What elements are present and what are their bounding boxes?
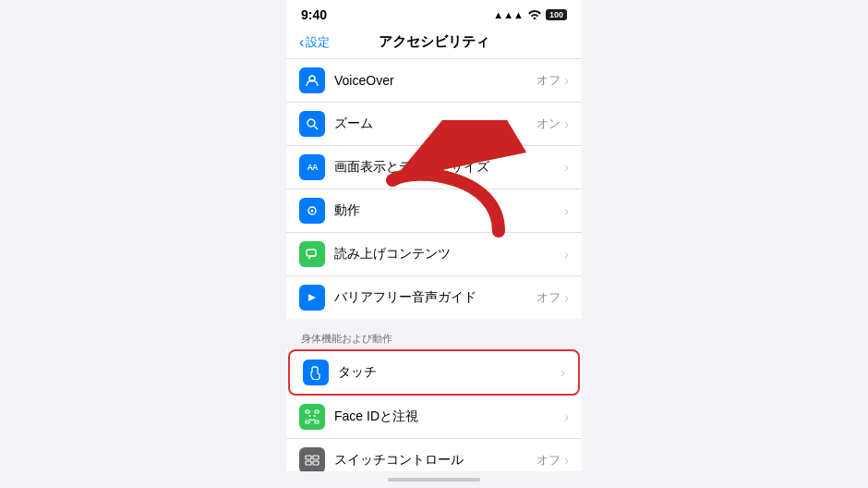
- audioguide-value: オフ: [536, 289, 561, 306]
- list-item-motion[interactable]: 動作 ›: [286, 189, 582, 233]
- svg-rect-13: [306, 456, 311, 459]
- back-arrow-icon: ‹: [299, 34, 304, 51]
- audioguide-icon: [299, 285, 325, 311]
- display-chevron: ›: [564, 160, 569, 175]
- touch-icon: [303, 360, 329, 385]
- list-item-switch[interactable]: スイッチコントロール オフ ›: [286, 439, 582, 471]
- svg-point-1: [307, 119, 315, 127]
- svg-point-12: [314, 415, 316, 417]
- body-settings-group: タッチ › Face IDと注視 › スイッチコントロール オフ ›: [286, 349, 582, 471]
- svg-rect-14: [313, 456, 319, 459]
- faceid-label: Face IDと注視: [334, 409, 564, 425]
- switch-chevron: ›: [564, 453, 569, 468]
- motion-label: 動作: [334, 202, 564, 219]
- display-icon: AA: [299, 154, 325, 180]
- home-indicator: [388, 478, 480, 482]
- touch-chevron: ›: [561, 365, 565, 380]
- nav-bar: ‹ 設定 アクセシビリティ: [286, 26, 582, 59]
- spoken-label: 読み上げコンテンツ: [334, 246, 564, 262]
- voiceover-value: オフ: [536, 72, 561, 89]
- voiceover-label: VoiceOver: [334, 73, 536, 88]
- status-bar: 9:40 ▲▲▲ 100: [286, 0, 582, 26]
- audioguide-label: バリアフリー音声ガイド: [334, 289, 536, 306]
- status-time: 9:40: [301, 7, 327, 22]
- svg-rect-10: [315, 421, 319, 423]
- back-label: 設定: [306, 34, 330, 51]
- switch-label: スイッチコントロール: [334, 452, 536, 469]
- audioguide-chevron: ›: [564, 290, 569, 305]
- svg-rect-15: [306, 461, 311, 465]
- top-settings-group: VoiceOver オフ › ズーム オン › AA 画面表示とテキストサイズ …: [286, 59, 582, 319]
- list-item-display[interactable]: AA 画面表示とテキストサイズ ›: [286, 146, 582, 189]
- faceid-icon: [299, 404, 325, 430]
- svg-point-4: [311, 210, 314, 213]
- list-item-spoken[interactable]: 読み上げコンテンツ ›: [286, 233, 582, 276]
- list-item-faceid[interactable]: Face IDと注視 ›: [286, 396, 582, 439]
- voiceover-icon: [299, 67, 325, 93]
- voiceover-chevron: ›: [564, 73, 569, 88]
- list-item-zoom[interactable]: ズーム オン ›: [286, 103, 582, 146]
- scroll-area: VoiceOver オフ › ズーム オン › AA 画面表示とテキストサイズ …: [286, 59, 582, 471]
- page-title: アクセシビリティ: [379, 33, 489, 51]
- nav-back-button[interactable]: ‹ 設定: [299, 34, 330, 51]
- wifi-icon: [528, 9, 541, 21]
- zoom-label: ズーム: [334, 116, 536, 132]
- list-item-voiceover[interactable]: VoiceOver オフ ›: [286, 59, 582, 103]
- list-item-audioguide[interactable]: バリアフリー音声ガイド オフ ›: [286, 276, 582, 319]
- spoken-icon: [299, 241, 325, 267]
- touch-label: タッチ: [338, 364, 561, 381]
- svg-marker-6: [308, 294, 316, 301]
- switch-icon: [299, 447, 325, 471]
- phone-screen: 9:40 ▲▲▲ 100 ‹ 設定 アクセシビリティ VoiceOver: [286, 0, 582, 488]
- zoom-value: オン: [536, 116, 561, 132]
- signal-icon: ▲▲▲: [493, 9, 524, 20]
- list-item-touch[interactable]: タッチ ›: [288, 349, 580, 396]
- spoken-chevron: ›: [564, 247, 569, 262]
- status-icons: ▲▲▲ 100: [493, 9, 567, 21]
- zoom-chevron: ›: [564, 116, 569, 131]
- svg-line-2: [315, 127, 319, 130]
- display-label: 画面表示とテキストサイズ: [334, 159, 564, 176]
- svg-rect-7: [306, 410, 309, 413]
- body-section-header: 身体機能および動作: [286, 323, 582, 349]
- battery-icon: 100: [546, 9, 567, 20]
- svg-rect-16: [313, 461, 319, 465]
- bottom-bar: [286, 471, 582, 488]
- motion-chevron: ›: [564, 203, 569, 218]
- switch-value: オフ: [536, 452, 561, 469]
- faceid-chevron: ›: [564, 409, 569, 424]
- svg-rect-5: [307, 250, 316, 256]
- motion-icon: [299, 198, 325, 224]
- zoom-icon: [299, 111, 325, 137]
- svg-point-11: [309, 415, 311, 417]
- svg-rect-8: [315, 410, 319, 413]
- svg-rect-9: [306, 421, 309, 423]
